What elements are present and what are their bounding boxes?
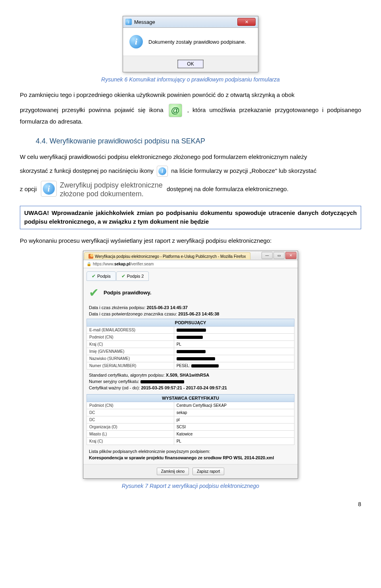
body-text: Po zamknięciu tego i poprzedniego okienk… bbox=[20, 91, 361, 100]
minimize-icon[interactable]: — bbox=[262, 252, 273, 259]
table-cell-label: DC bbox=[87, 409, 174, 416]
table-cell-label: Nazwisko (SURNAME) bbox=[87, 355, 174, 362]
redacted-bar bbox=[191, 364, 219, 368]
body-text: skorzystać z funkcji dostępnej po naciśn… bbox=[20, 166, 361, 177]
lock-icon: 🔒 bbox=[87, 262, 91, 266]
info-icon: i bbox=[157, 166, 168, 177]
table-cell-value: PL bbox=[174, 341, 294, 348]
redacted-bar bbox=[177, 350, 206, 353]
check-icon: ✔ bbox=[121, 273, 125, 279]
window-titlebar[interactable]: Weryfikacja podpisu elektronicznego - Pl… bbox=[83, 251, 298, 260]
dialog-message: Dokumenty zostały prawidłowo podpisane. bbox=[148, 39, 246, 45]
body-text: W celu weryfikacji prawidłowości podpisu… bbox=[20, 153, 361, 162]
table-cell-value bbox=[174, 355, 294, 362]
page-number: 8 bbox=[20, 501, 361, 507]
close-icon[interactable]: ✕ bbox=[285, 252, 296, 259]
warning-text: Wprowadzanie jakichkolwiek zmian po podp… bbox=[24, 209, 357, 225]
firefox-window: Weryfikacja podpisu elektronicznego - Pl… bbox=[83, 251, 298, 479]
issuer-table: WYSTAWCA CERTYFIKATU Podmiot (CN)Centrum… bbox=[87, 394, 294, 445]
browser-tab[interactable]: Weryfikacja podpisu elektronicznego - Pl… bbox=[84, 252, 250, 259]
warning-box: UWAGA! Wprowadzanie jakichkolwiek zmian … bbox=[20, 206, 361, 229]
save-report-button[interactable]: Zapisz raport bbox=[192, 468, 224, 475]
table-cell-label: Podmiot (CN) bbox=[87, 334, 174, 341]
cert-serial: Numer seryjny certyfikatu: bbox=[87, 378, 294, 385]
body-text: z opcji i Zweryfikuj podpisy elektronicz… bbox=[20, 181, 361, 199]
dialog-title: Message bbox=[134, 19, 155, 25]
signed-file: Korespondencja w sprawie projektu finans… bbox=[87, 455, 294, 461]
info-icon: i bbox=[129, 35, 143, 48]
figure-caption-6: Rysunek 6 Komunikat informujący o prawid… bbox=[20, 76, 361, 83]
table-cell-value: SCSI bbox=[174, 424, 294, 431]
maximize-icon[interactable]: ▭ bbox=[273, 252, 285, 259]
table-cell-value: Katowice bbox=[174, 431, 294, 438]
redacted-bar bbox=[140, 380, 184, 383]
table-cell-value: pl bbox=[174, 416, 294, 424]
table-cell-value bbox=[174, 348, 294, 355]
table-cell-label: DC bbox=[87, 416, 174, 424]
table-cell-label: E-mail (EMAILADDRESS) bbox=[87, 327, 174, 334]
section-heading: 4.4. Weryfikowanie prawidłowości podpisu… bbox=[36, 137, 361, 145]
table-cell-value bbox=[174, 334, 294, 341]
signer-header: PODPISUJĄCY bbox=[87, 319, 294, 327]
table-cell-value: Centrum Certyfikacji SEKAP bbox=[174, 402, 294, 409]
signature-valid-row: ✔ Podpis prawidłowy. bbox=[87, 284, 294, 304]
file-list-label: Lista plików podpisanych elektronicznie … bbox=[87, 448, 294, 455]
close-window-button[interactable]: Zamknij okno bbox=[157, 468, 189, 475]
dialog-titlebar[interactable]: i Message ✕ bbox=[123, 16, 258, 28]
signer-table: PODPISUJĄCY E-mail (EMAILADDRESS)Podmiot… bbox=[87, 319, 294, 369]
verify-signature-option: i Zweryfikuj podpisy elektroniczne złożo… bbox=[41, 181, 163, 199]
table-cell-value bbox=[174, 327, 294, 334]
dialog-title-icon: i bbox=[125, 19, 132, 25]
at-send-icon: @ bbox=[169, 104, 182, 117]
table-cell-label: Numer (SERIALNUMBER) bbox=[87, 362, 174, 369]
figure-caption-7: Rysunek 7 Raport z weryfikacji podpisu e… bbox=[20, 483, 361, 489]
warning-label: UWAGA! bbox=[24, 209, 49, 216]
table-cell-label: Podmiot (CN) bbox=[87, 402, 174, 409]
body-text: przygotowanej przesyłki powinna pojawić … bbox=[20, 104, 361, 126]
check-icon: ✔ bbox=[89, 286, 99, 300]
redacted-bar bbox=[177, 357, 216, 360]
firefox-favicon bbox=[89, 254, 93, 259]
cert-validity: Certyfikat ważny (od - do): 2015-03-25 0… bbox=[87, 385, 294, 391]
table-cell-label: Kraj (C) bbox=[87, 341, 174, 348]
signature-tabs: ✔Podpis ✔Podpis 2 bbox=[87, 271, 294, 281]
redacted-bar bbox=[177, 329, 206, 332]
check-icon: ✔ bbox=[92, 273, 96, 279]
table-cell-label: Organizacja (O) bbox=[87, 424, 174, 431]
table-cell-value: sekap bbox=[174, 409, 294, 416]
redacted-bar bbox=[177, 336, 203, 339]
close-icon[interactable]: ✕ bbox=[237, 18, 256, 26]
table-cell-label: Miasto (L) bbox=[87, 431, 174, 438]
tab-podpis-2[interactable]: ✔Podpis 2 bbox=[116, 271, 149, 281]
cert-standard: Standard certyfikatu, algorytm podpisu: … bbox=[87, 372, 294, 378]
tab-podpis-1[interactable]: ✔Podpis bbox=[87, 271, 116, 281]
table-cell-label: Kraj (C) bbox=[87, 438, 174, 445]
signature-status: Podpis prawidłowy. bbox=[104, 290, 151, 296]
body-text: Po wykonaniu procesu weryfikacji wyświet… bbox=[20, 236, 361, 246]
ok-button[interactable]: OK bbox=[178, 60, 203, 68]
address-bar[interactable]: 🔒 https://www.sekap.pl/verifier.seam bbox=[83, 260, 298, 268]
table-cell-label: Imię (GIVENNAME) bbox=[87, 348, 174, 355]
issuer-header: WYSTAWCA CERTYFIKATU bbox=[87, 395, 294, 402]
table-cell-value: PESEL: bbox=[174, 362, 294, 369]
signature-date-2: Data i czas potwierdzonego znacznika cza… bbox=[87, 311, 294, 317]
table-cell-value: PL bbox=[174, 438, 294, 445]
info-icon: i bbox=[41, 181, 57, 197]
signature-date-1: Data i czas złożenia podpisu: 2015-06-23… bbox=[87, 304, 294, 311]
message-dialog: i Message ✕ i Dokumenty zostały prawidło… bbox=[123, 16, 258, 72]
